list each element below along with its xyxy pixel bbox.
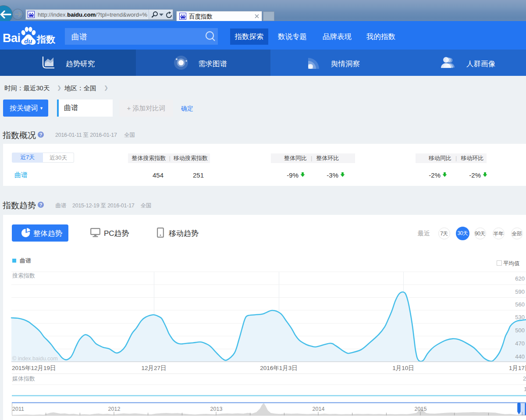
svg-text:2: 2: [523, 375, 526, 382]
svg-text:2014: 2014: [313, 406, 325, 412]
svg-text:470: 470: [515, 340, 525, 347]
svg-text:560: 560: [515, 301, 525, 308]
svg-text:12月27日: 12月27日: [141, 365, 166, 371]
svg-text:500: 500: [515, 327, 525, 334]
svg-text:2011: 2011: [12, 406, 24, 412]
svg-text:620: 620: [515, 275, 525, 282]
svg-text:590: 590: [515, 288, 525, 295]
svg-text:搜索指数: 搜索指数: [12, 272, 35, 279]
svg-text:媒体指数: 媒体指数: [12, 375, 35, 382]
svg-text:1月10日: 1月10日: [392, 365, 414, 371]
svg-text:2016年1月3日: 2016年1月3日: [260, 365, 298, 371]
svg-text:© index.baidu.com: © index.baidu.com: [12, 356, 58, 362]
svg-text:440: 440: [515, 353, 525, 360]
svg-text:530: 530: [515, 314, 525, 320]
svg-text:1: 1: [524, 386, 526, 392]
svg-text:2015年12月19日: 2015年12月19日: [12, 365, 56, 371]
svg-text:2012: 2012: [108, 406, 121, 412]
svg-text:2013: 2013: [210, 406, 223, 412]
svg-text:2015: 2015: [415, 406, 427, 412]
svg-text:1月17日: 1月17日: [509, 365, 526, 371]
